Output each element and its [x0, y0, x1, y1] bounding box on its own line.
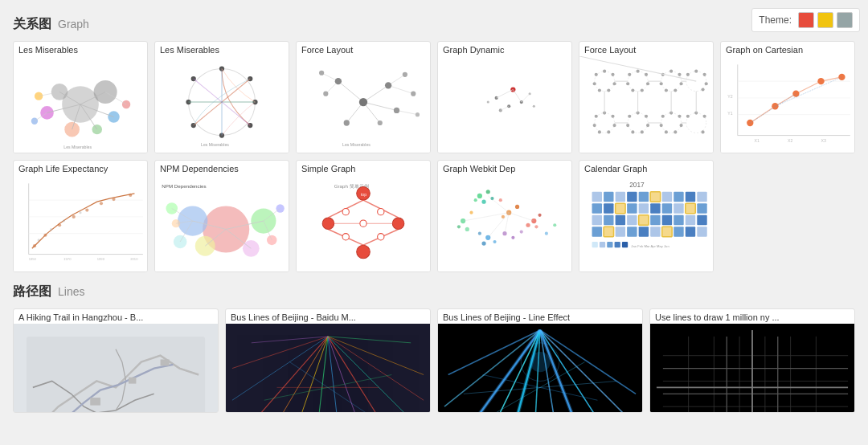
svg-point-170: [63, 220, 65, 222]
card-dynamic[interactable]: Graph Dynamic: [437, 41, 572, 153]
theme-selector[interactable]: Theme:: [751, 8, 860, 32]
svg-point-235: [499, 198, 502, 202]
card-life-visual: 1950 1970 1990 2010: [14, 175, 147, 271]
card-million-visual: [650, 324, 854, 412]
lines-title-en: Lines: [58, 285, 84, 298]
card-cartesian-title: Graph on Cartesian: [721, 42, 854, 56]
card-calendar[interactable]: Calendar Graph 2017: [579, 160, 714, 272]
theme-swatch-gray[interactable]: [837, 12, 853, 28]
theme-swatch-yellow[interactable]: [817, 12, 833, 28]
card-hiking[interactable]: A Hiking Trail in Hangzhou - B...: [13, 308, 219, 413]
svg-rect-260: [662, 203, 672, 213]
svg-point-95: [595, 115, 598, 118]
card-force1[interactable]: Force Layout: [296, 41, 431, 153]
svg-point-65: [603, 70, 606, 73]
svg-point-131: [686, 115, 690, 118]
svg-rect-291: [27, 337, 205, 412]
svg-point-59: [487, 101, 489, 104]
svg-rect-279: [650, 227, 660, 236]
svg-line-32: [363, 102, 397, 110]
svg-rect-278: [639, 227, 649, 236]
svg-point-79: [628, 73, 631, 76]
theme-label: Theme:: [759, 14, 792, 26]
svg-text:Jan Feb Mar Apr May Jun: Jan Feb Mar Apr May Jun: [631, 244, 669, 248]
svg-line-119: [579, 56, 696, 81]
card-simple-title: Simple Graph: [297, 161, 430, 175]
svg-point-92: [607, 130, 610, 133]
card-force2[interactable]: Force Layout: [579, 41, 714, 153]
card-cartesian[interactable]: Graph on Cartesian: [720, 41, 855, 153]
svg-point-218: [515, 205, 519, 209]
card-les2[interactable]: Les Miserables: [154, 41, 289, 153]
card-life[interactable]: Graph Life Expectancy: [13, 160, 148, 272]
svg-text:Les Miserables: Les Miserables: [342, 142, 371, 147]
svg-point-222: [526, 223, 530, 227]
svg-text:2010: 2010: [130, 257, 138, 261]
svg-point-75: [646, 82, 649, 85]
lines-section-header: 路径图 Lines: [13, 284, 855, 300]
svg-rect-273: [697, 215, 706, 225]
svg-line-147: [821, 77, 842, 81]
card-les1[interactable]: Les Miserables: [13, 41, 148, 153]
svg-text:NPM Dependencies: NPM Dependencies: [162, 183, 206, 189]
svg-rect-283: [697, 227, 706, 236]
svg-point-107: [680, 124, 683, 127]
svg-rect-256: [616, 203, 625, 213]
svg-point-227: [478, 232, 481, 235]
svg-point-103: [628, 115, 631, 118]
svg-rect-257: [627, 203, 637, 213]
card-webkit-title: Graph Webkit Dep: [438, 161, 571, 175]
svg-point-46: [319, 71, 324, 76]
card-busline-visual: [438, 324, 642, 412]
svg-point-40: [359, 98, 367, 106]
svg-rect-261: [674, 203, 683, 213]
svg-text:1950: 1950: [29, 257, 37, 261]
svg-rect-277: [627, 227, 637, 236]
svg-rect-275: [604, 227, 613, 236]
svg-point-122: [703, 73, 706, 76]
card-million-title: Use lines to draw 1 million ny ...: [650, 309, 854, 324]
svg-rect-250: [662, 192, 672, 202]
card-simple[interactable]: Simple Graph Graph 简单示例 top: [296, 160, 431, 272]
svg-point-123: [705, 82, 708, 85]
svg-line-242: [505, 213, 509, 234]
svg-point-130: [701, 130, 704, 133]
card-busline[interactable]: Bus Lines of Beijing - Line Effect: [437, 308, 643, 413]
card-hiking-visual: 百度地图 Baidu Maps: [14, 324, 218, 412]
svg-text:Y2: Y2: [727, 94, 732, 99]
svg-point-47: [323, 92, 328, 96]
svg-rect-258: [639, 203, 649, 213]
svg-point-42: [385, 82, 391, 88]
theme-swatch-red[interactable]: [798, 12, 814, 28]
svg-rect-282: [686, 227, 695, 236]
card-webkit[interactable]: Graph Webkit Dep: [437, 160, 572, 272]
card-force2-title: Force Layout: [579, 42, 713, 56]
card-busline-title: Bus Lines of Beijing - Line Effect: [438, 309, 642, 324]
card-force1-title: Force Layout: [297, 42, 430, 56]
svg-rect-272: [686, 215, 695, 225]
svg-point-82: [678, 73, 681, 76]
svg-rect-254: [592, 203, 602, 213]
svg-point-78: [626, 82, 629, 85]
svg-point-207: [342, 209, 349, 215]
svg-point-221: [538, 214, 542, 217]
svg-rect-247: [627, 192, 637, 202]
svg-rect-281: [674, 227, 683, 236]
svg-rect-263: [697, 203, 706, 213]
card-million[interactable]: Use lines to draw 1 million ny ...: [649, 308, 855, 413]
svg-point-169: [50, 228, 52, 231]
svg-point-68: [607, 88, 610, 92]
svg-rect-276: [616, 227, 625, 236]
svg-rect-245: [604, 192, 613, 202]
svg-rect-249: [650, 192, 660, 202]
svg-point-124: [701, 88, 704, 91]
svg-line-238: [488, 196, 509, 213]
card-npm[interactable]: NPM Dependencies NPM Dependencies: [154, 160, 289, 272]
svg-point-73: [637, 70, 640, 73]
svg-point-48: [403, 72, 407, 77]
card-busm[interactable]: Bus Lines of Beijing - Baidu M...: [225, 308, 431, 413]
svg-line-38: [388, 85, 413, 93]
svg-point-234: [469, 211, 473, 214]
svg-line-60: [513, 90, 521, 103]
card-webkit-visual: [438, 175, 571, 271]
